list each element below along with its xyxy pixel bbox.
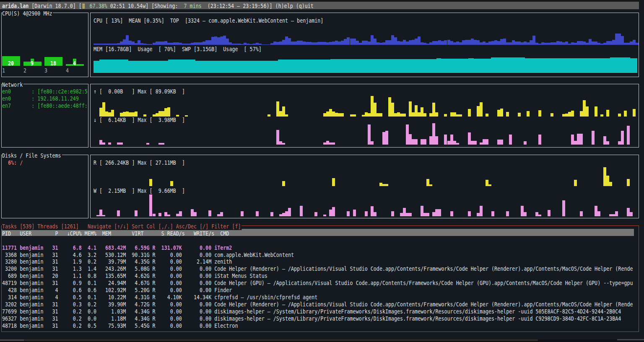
hist-bar — [164, 212, 167, 216]
hist-bar — [179, 211, 182, 216]
hist-bar — [538, 215, 541, 216]
process-row[interactable]: 48719 benjamin 31 0.9 0.1 24.94M 4.67G R… — [2, 280, 633, 287]
mem-bar-segment — [93, 61, 99, 73]
process-row[interactable]: 77699 benjamin 31 0.2 0.0 1.03M 4.34G R … — [2, 308, 621, 315]
process-row[interactable]: 3280 benjamin 31 1.9 0.2 39.79M 4.35G R … — [2, 258, 232, 265]
hist-bar — [468, 109, 471, 117]
hist-bar — [146, 143, 149, 145]
window-bottom-edge — [0, 339, 644, 342]
hist-bar — [548, 43, 551, 45]
process-row[interactable]: 11771 benjamin 31 6.8 4.1 683.42M 6.59G … — [2, 244, 232, 251]
hist-bar — [323, 142, 326, 145]
hist-bar — [188, 44, 191, 45]
hist-bar — [524, 212, 527, 216]
hist-bar — [432, 212, 435, 216]
hist-bar — [418, 36, 421, 45]
hist-bar — [332, 41, 335, 45]
hist-bar — [285, 211, 288, 216]
hist-bar — [535, 212, 538, 216]
hist-bar — [320, 42, 323, 45]
hist-bar — [509, 42, 512, 45]
hist-bar — [185, 115, 188, 117]
hist-bar — [102, 102, 105, 117]
hist-bar — [226, 39, 229, 45]
process-row[interactable]: 3368 benjamin 31 4.6 3.2 530.12M 90.31G … — [2, 251, 294, 259]
hist-bar — [208, 40, 211, 45]
hist-bar — [403, 40, 406, 45]
process-row[interactable]: 48718 benjamin 31 0.2 0.5 75.93M 5.45G R… — [2, 322, 238, 329]
hist-bar — [486, 114, 488, 117]
hist-bar — [574, 43, 577, 45]
hist-bar — [621, 36, 624, 45]
hist-bar — [515, 41, 518, 45]
hist-bar — [480, 142, 483, 145]
hist-bar — [300, 41, 303, 45]
hist-bar — [108, 112, 111, 117]
hist-bar — [548, 210, 551, 216]
hist-bar — [627, 179, 630, 186]
process-row[interactable]: 3200 benjamin 31 1.3 1.4 243.26M 5.08G R… — [2, 265, 633, 272]
hist-bar — [161, 111, 164, 117]
process-row[interactable]: 314 benjamin 4 0.5 0.1 10.22M 4.31G R 4.… — [2, 294, 317, 301]
hist-bar — [347, 37, 350, 45]
hist-bar — [538, 110, 541, 117]
hist-bar — [400, 114, 403, 117]
tasks-table-header[interactable]: PID USER P ↓CPU% MEM% MEM VIRT S READ/s … — [2, 229, 634, 236]
hist-bar — [592, 131, 595, 145]
hist-bar — [423, 113, 426, 117]
process-row[interactable]: 3202 benjamin 31 0.3 0.2 39.90M 4.72G R … — [2, 301, 633, 308]
hist-bar — [158, 213, 161, 216]
hist-bar — [335, 41, 338, 45]
hist-bar — [161, 41, 164, 45]
hist-bar — [435, 209, 438, 216]
hist-bar — [506, 211, 509, 216]
hist-bar — [403, 114, 406, 117]
hist-bar — [418, 112, 421, 117]
hist-bar — [247, 44, 249, 45]
hist-bar — [140, 43, 143, 45]
hist-bar — [421, 139, 423, 145]
hist-bar — [300, 206, 303, 216]
hist-bar — [450, 112, 453, 117]
hist-bar — [453, 112, 456, 117]
hist-bar — [397, 41, 400, 45]
hist-bar — [256, 211, 259, 216]
hist-bar — [409, 213, 412, 216]
hist-bar — [314, 42, 317, 45]
hist-bar — [606, 176, 609, 186]
status-segment: 7 mins — [181, 3, 202, 9]
hist-bar — [450, 41, 453, 45]
hist-bar — [512, 40, 515, 45]
hist-bar — [179, 43, 182, 45]
hist-bar — [400, 41, 403, 45]
process-row[interactable]: 96327 benjamin 31 0.2 0.0 1.18M 4.34G R … — [2, 315, 621, 322]
hist-bar — [329, 109, 332, 117]
hist-bar — [429, 42, 432, 45]
hist-bar — [288, 208, 291, 216]
hist-bar — [468, 211, 471, 216]
hist-bar — [117, 210, 120, 216]
hist-bar — [374, 103, 377, 117]
hist-bar — [362, 115, 365, 117]
hist-bar — [297, 41, 300, 45]
mem-bar-segment — [330, 59, 436, 73]
window-bottom-left-segment — [0, 339, 24, 341]
hist-bar — [562, 114, 565, 117]
hist-bar — [426, 44, 429, 45]
hist-bar — [435, 112, 438, 117]
hist-bar — [99, 140, 102, 145]
hist-bar — [353, 114, 356, 117]
hist-bar — [365, 112, 368, 117]
mem-bar-segment — [441, 59, 468, 73]
status-segment: 67.38% — [87, 3, 107, 9]
hist-bar — [474, 40, 477, 45]
process-row[interactable]: 428 benjamin 4 0.6 0.6 102.92M 5.20G R 0… — [2, 287, 232, 294]
hist-bar — [326, 111, 329, 117]
process-row[interactable]: 689 benjamin 20 1.1 0.8 135.65M 4.62G R … — [2, 272, 267, 280]
hist-bar — [282, 106, 285, 117]
mem-bar-segment — [436, 58, 441, 73]
cpu-core-label: 2 — [23, 67, 26, 74]
hist-bar — [117, 43, 120, 45]
hist-bar — [586, 106, 589, 117]
hist-bar — [435, 41, 438, 45]
